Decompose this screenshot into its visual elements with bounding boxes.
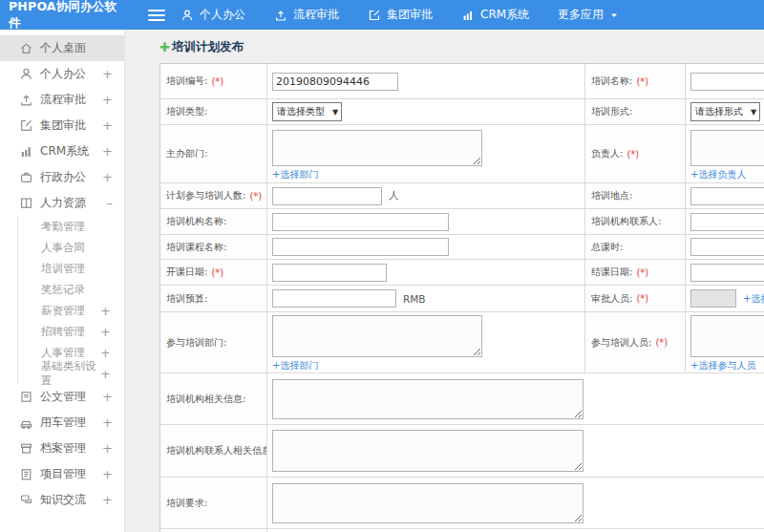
- sidebar-item-official-docs[interactable]: 公文管理 +: [0, 384, 124, 410]
- org-name-input[interactable]: [272, 213, 449, 231]
- sidebar-subitem-base-categories[interactable]: 基础类别设置 +: [18, 363, 124, 384]
- upload-icon: [274, 9, 287, 22]
- sidebar-subitem-training[interactable]: 培训管理: [18, 258, 124, 279]
- field-course-name: [267, 235, 585, 259]
- topbar: PHPOA协同办公软件 个人办公 流程审批 集团审批 CRM系统 更多应用: [0, 0, 764, 30]
- expand-plus[interactable]: +: [102, 119, 113, 132]
- sidebar-item-label: 集团审批: [40, 117, 86, 134]
- expand-plus[interactable]: +: [102, 391, 113, 403]
- hamburger-menu-icon[interactable]: [148, 7, 165, 24]
- select-dept-link[interactable]: +选择部门: [272, 168, 318, 181]
- required-marker: (*): [211, 267, 223, 278]
- join-people-textarea[interactable]: [690, 315, 764, 357]
- sidebar-item-crm-system[interactable]: CRM系统 +: [0, 138, 124, 164]
- course-name-input[interactable]: [272, 238, 449, 256]
- host-dept-textarea[interactable]: [272, 130, 482, 166]
- required-marker: (*): [655, 337, 668, 348]
- sidebar-subitem-rewards[interactable]: 奖惩记录: [18, 279, 124, 300]
- location-input[interactable]: [690, 187, 764, 205]
- expand-plus[interactable]: +: [100, 347, 111, 359]
- join-depts-textarea[interactable]: [272, 315, 482, 357]
- sidebar-item-label: 用车管理: [40, 415, 86, 431]
- training-no-input[interactable]: [272, 73, 398, 91]
- planned-count-input[interactable]: [272, 187, 382, 205]
- label-org-info: 培训机构相关信息:: [160, 373, 267, 424]
- label-org-contact-info: 培训机构联系人相关信息:: [160, 425, 267, 477]
- label-training-form: 培训形式:: [585, 99, 686, 124]
- sidebar-item-knowledge-exchange[interactable]: 知识交流 +: [0, 487, 124, 513]
- label-requirements: 培训要求:: [160, 478, 267, 528]
- upload-icon: [19, 93, 33, 107]
- field-planned-count: 人: [267, 183, 585, 208]
- required-marker: (*): [636, 293, 648, 304]
- sidebar-item-label: 项目管理: [40, 466, 86, 482]
- training-type-select[interactable]: 请选择类型 ▼: [272, 102, 342, 121]
- sidebar-item-personal-office[interactable]: 个人办公 +: [0, 61, 124, 87]
- requirements-textarea[interactable]: [272, 483, 584, 523]
- page-title: ✚ 培训计划发布: [159, 39, 764, 55]
- leader-textarea[interactable]: [690, 130, 764, 166]
- sidebar-item-label: 个人办公: [40, 66, 86, 82]
- expand-plus[interactable]: +: [102, 494, 113, 506]
- label-course-name: 培训课程名称:: [160, 235, 267, 259]
- training-form-select[interactable]: 请选择形式 ▼: [690, 102, 760, 121]
- start-date-input[interactable]: [272, 264, 387, 282]
- nav-label: 流程审批: [293, 7, 339, 23]
- sidebar-subitem-hr-contract[interactable]: 人事合同: [18, 237, 124, 258]
- expand-plus[interactable]: +: [100, 326, 111, 338]
- collapse-minus[interactable]: –: [107, 197, 114, 209]
- nav-group-approval[interactable]: 集团审批: [368, 7, 433, 23]
- sidebar-item-label: 个人桌面: [40, 40, 86, 56]
- sidebar-item-personal-desktop[interactable]: 个人桌面: [0, 35, 124, 61]
- org-contact-input[interactable]: [690, 213, 764, 231]
- sidebar-subitem-salary[interactable]: 薪资管理 +: [18, 300, 124, 321]
- sidebar-item-project-mgmt[interactable]: 项目管理 +: [0, 461, 124, 487]
- edit-icon: [19, 118, 33, 133]
- sidebar-subitem-label: 人事管理: [41, 346, 85, 360]
- nav-personal-office[interactable]: 个人办公: [180, 7, 245, 23]
- sidebar-item-label: 人力资源: [40, 195, 86, 211]
- org-info-textarea[interactable]: [272, 379, 584, 419]
- select-approver-link[interactable]: +选择审批人员: [743, 292, 764, 306]
- sidebar-subitem-recruitment[interactable]: 招聘管理 +: [18, 321, 124, 342]
- nav-workflow-approval[interactable]: 流程审批: [274, 7, 339, 23]
- end-date-input[interactable]: [690, 264, 764, 282]
- form-row: 主办部门: +选择部门 负责人:(*) +选择负责人: [160, 125, 764, 183]
- expand-plus[interactable]: +: [102, 468, 113, 480]
- nav-crm-system[interactable]: CRM系统: [461, 7, 529, 23]
- expand-plus[interactable]: +: [102, 145, 113, 158]
- required-marker: (*): [249, 191, 262, 202]
- expand-plus[interactable]: +: [102, 68, 113, 80]
- nav-more-apps[interactable]: 更多应用: [558, 7, 619, 23]
- sidebar-item-group-approval[interactable]: 集团审批 +: [0, 113, 124, 138]
- sidebar-item-admin-office[interactable]: 行政办公 +: [0, 164, 124, 190]
- sidebar-subitem-attendance[interactable]: 考勤管理: [18, 216, 124, 237]
- training-name-input[interactable]: [690, 73, 764, 91]
- select-participants-link[interactable]: +选择参与人员: [690, 359, 755, 372]
- plus-icon: ✚: [159, 40, 170, 54]
- sidebar-item-vehicle-mgmt[interactable]: 用车管理 +: [0, 410, 124, 436]
- user-icon: [19, 67, 33, 81]
- sidebar-item-human-resources[interactable]: 人力资源 –: [0, 190, 124, 216]
- expand-plus[interactable]: +: [102, 416, 113, 429]
- form-row: 开课日期:(*) 结课日期:(*): [160, 260, 764, 286]
- expand-plus[interactable]: +: [102, 171, 113, 183]
- approver-input[interactable]: [690, 289, 736, 308]
- org-contact-info-textarea[interactable]: [272, 430, 584, 472]
- nav-label: 个人办公: [200, 7, 245, 23]
- expand-plus[interactable]: +: [102, 94, 113, 106]
- total-hours-input[interactable]: [690, 238, 764, 256]
- select-leader-link[interactable]: +选择负责人: [690, 168, 746, 181]
- sidebar-item-workflow-approval[interactable]: 流程审批 +: [0, 87, 124, 113]
- select-dept-link[interactable]: +选择部门: [272, 359, 318, 372]
- expand-plus[interactable]: +: [100, 305, 111, 317]
- sidebar-item-label: 行政办公: [40, 169, 86, 185]
- sidebar-item-archives[interactable]: 档案管理 +: [0, 436, 124, 461]
- expand-plus[interactable]: +: [100, 368, 111, 380]
- budget-input[interactable]: [272, 289, 396, 308]
- label-join-depts: 参与培训部门:: [160, 312, 267, 372]
- expand-plus[interactable]: +: [102, 442, 113, 455]
- sidebar-subitem-label: 培训管理: [41, 262, 85, 276]
- field-org-name: [267, 209, 585, 234]
- field-join-people: +选择参与人员: [686, 312, 764, 372]
